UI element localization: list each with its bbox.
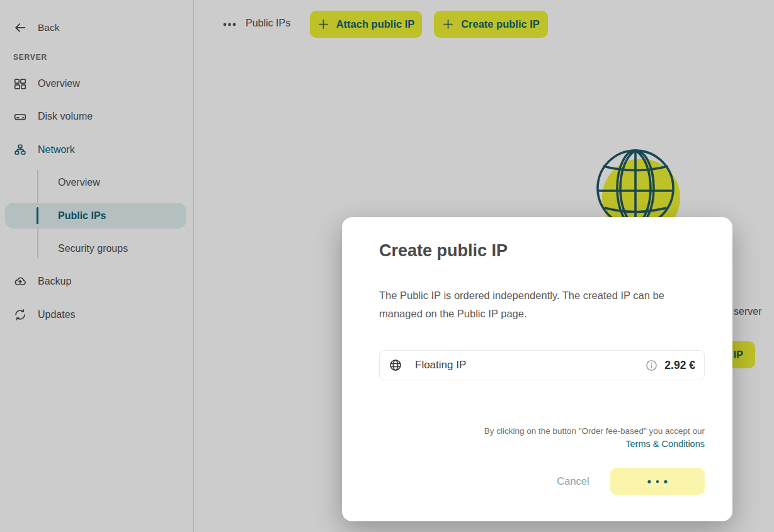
terms-text: By clicking on the button "Order fee-bas… bbox=[484, 425, 705, 437]
globe-icon bbox=[389, 358, 402, 372]
price-value: 2.92 € bbox=[664, 359, 695, 372]
order-fee-based-button-loading[interactable] bbox=[610, 468, 705, 495]
cancel-button[interactable]: Cancel bbox=[548, 468, 598, 495]
loading-dots-icon bbox=[647, 479, 668, 484]
info-icon[interactable] bbox=[646, 359, 657, 371]
floating-ip-option-row: Floating IP 2.92 € bbox=[379, 350, 705, 380]
create-public-ip-modal: Create public IP The Public IP is ordere… bbox=[342, 217, 732, 521]
modal-title: Create public IP bbox=[379, 241, 508, 261]
app-window: Back SERVER Overview Disk volume Network… bbox=[0, 0, 774, 532]
terms-block: By clicking on the button "Order fee-bas… bbox=[484, 425, 705, 450]
modal-description: The Public IP is ordered independently. … bbox=[379, 286, 703, 323]
terms-and-conditions-link[interactable]: Terms & Conditions bbox=[625, 439, 705, 449]
option-label: Floating IP bbox=[415, 359, 466, 371]
